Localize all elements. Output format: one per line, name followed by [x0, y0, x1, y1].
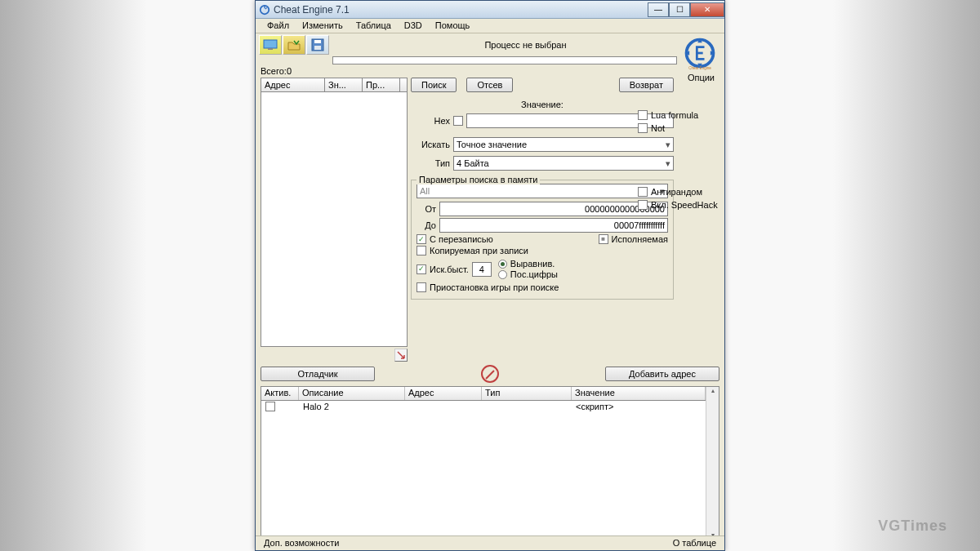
lua-formula-checkbox[interactable]	[638, 110, 648, 120]
align-radio[interactable]	[498, 260, 507, 269]
col-active[interactable]: Актив.	[261, 387, 299, 400]
col-type[interactable]: Тип	[482, 387, 572, 400]
minimize-button[interactable]: —	[648, 2, 669, 17]
select-process-button[interactable]	[259, 35, 282, 55]
writable-label: С перезаписью	[430, 234, 493, 244]
results-list[interactable]	[261, 92, 408, 347]
from-label: От	[416, 204, 436, 214]
hex-label: Hex	[411, 116, 450, 126]
address-table: Актив. Описание Адрес Тип Значение Halo …	[261, 386, 719, 538]
monitor-icon	[263, 39, 278, 51]
fastscan-label: Иск.быст.	[430, 264, 469, 274]
app-icon	[259, 4, 270, 16]
open-button[interactable]	[283, 35, 305, 55]
value-type-combo[interactable]: 4 Байта	[453, 156, 674, 171]
fastscan-checkbox[interactable]	[416, 264, 426, 274]
pause-label: Приостановка игры при поиске	[430, 282, 559, 292]
close-button[interactable]: ✕	[690, 2, 724, 17]
memory-legend: Параметры поиска в памяти	[416, 175, 540, 184]
results-header: Адрес Зн... Пр...	[261, 78, 408, 92]
svg-text:Cheat Engine: Cheat Engine	[688, 66, 711, 70]
col-value[interactable]: Зн...	[325, 78, 363, 91]
to-label: До	[416, 220, 436, 230]
cow-label: Копируемая при записи	[430, 246, 528, 256]
lua-formula-label: Lua formula	[651, 110, 698, 120]
hex-checkbox[interactable]	[453, 116, 463, 126]
col-desc[interactable]: Описание	[299, 387, 405, 400]
row-desc: Halo 2	[300, 401, 406, 414]
lastdigits-label: Пос.цифры	[510, 269, 558, 279]
add-address-button[interactable]: Добавить адрес	[605, 367, 719, 381]
arrow-diag-icon	[396, 350, 406, 360]
row-addr	[406, 401, 483, 414]
formula-options: Lua formula Not	[638, 110, 719, 135]
not-label: Not	[651, 123, 665, 133]
toolbar: Процесс не выбран	[256, 33, 724, 56]
search-label: Искать	[411, 140, 450, 149]
total-value: 0	[287, 66, 292, 76]
align-label: Выравнив.	[510, 259, 555, 269]
executable-checkbox[interactable]	[599, 234, 608, 244]
floppy-icon	[311, 38, 324, 51]
writable-checkbox[interactable]	[416, 234, 426, 244]
next-scan-button[interactable]: Отсев	[466, 78, 513, 92]
undo-scan-button[interactable]: Возврат	[619, 78, 674, 92]
process-label: Процесс не выбран	[330, 40, 721, 50]
to-input[interactable]	[439, 218, 668, 233]
lastdigits-radio[interactable]	[498, 270, 507, 279]
cow-checkbox[interactable]	[416, 246, 426, 256]
speedhack-checkbox[interactable]	[638, 200, 648, 210]
scan-type-combo[interactable]: Точное значение	[453, 137, 674, 152]
watermark: VGTimes	[878, 518, 947, 535]
statusbar: Доп. возможности О таблице	[256, 535, 724, 550]
table-row[interactable]: Halo 2 <скрипт>	[261, 401, 706, 414]
col-address[interactable]: Адрес	[261, 78, 325, 91]
from-input[interactable]	[439, 202, 668, 216]
maximize-button[interactable]: ☐	[669, 2, 690, 17]
pause-checkbox[interactable]	[416, 282, 426, 292]
row-value: <скрипт>	[572, 401, 705, 414]
value-label: Значение:	[521, 100, 564, 109]
menu-file[interactable]: Файл	[261, 19, 296, 33]
menu-edit[interactable]: Изменить	[296, 19, 350, 33]
fastscan-value[interactable]	[472, 262, 492, 277]
clear-results-button[interactable]	[394, 349, 408, 362]
antirandom-checkbox[interactable]	[638, 187, 648, 197]
menubar: Файл Изменить Таблица D3D Помощь	[256, 19, 724, 33]
type-label: Тип	[411, 158, 450, 168]
results-pane: Адрес Зн... Пр...	[261, 78, 408, 362]
svg-rect-4	[314, 40, 321, 43]
folder-open-icon	[287, 39, 301, 51]
title-text: Cheat Engine 7.1	[274, 4, 648, 16]
status-right[interactable]: О таблице	[673, 538, 716, 549]
options-link[interactable]: Опции	[688, 73, 715, 82]
svg-rect-5	[314, 46, 321, 50]
total-row: Всего:0	[256, 66, 724, 78]
save-button[interactable]	[306, 35, 329, 55]
menu-table[interactable]: Таблица	[350, 19, 398, 33]
col-previous[interactable]: Пр...	[363, 78, 400, 91]
svg-rect-2	[268, 48, 273, 50]
status-left[interactable]: Доп. возможности	[264, 538, 339, 549]
debugger-button[interactable]: Отладчик	[261, 367, 375, 381]
row-active-checkbox[interactable]	[265, 402, 275, 411]
addr-header: Актив. Описание Адрес Тип Значение	[261, 387, 706, 401]
memory-params-group: Параметры поиска в памяти All От До С пе…	[411, 180, 674, 300]
not-checkbox[interactable]	[638, 123, 648, 133]
col-value2[interactable]: Значение	[572, 387, 706, 400]
total-label: Всего:	[261, 66, 287, 76]
table-scrollbar[interactable]: ▴▾	[706, 387, 719, 539]
menu-help[interactable]: Помощь	[429, 19, 477, 33]
menu-d3d[interactable]: D3D	[398, 19, 429, 33]
titlebar[interactable]: Cheat Engine 7.1 — ☐ ✕	[256, 1, 724, 19]
speedhack-label: Вкл. SpeedHack	[651, 200, 718, 210]
no-entry-icon[interactable]	[481, 365, 499, 383]
first-scan-button[interactable]: Поиск	[411, 78, 457, 92]
memory-region-combo[interactable]: All	[416, 184, 668, 198]
antirandom-label: Антирандом	[651, 187, 702, 197]
col-addr2[interactable]: Адрес	[405, 387, 482, 400]
executable-label: Исполняемая	[612, 234, 668, 244]
row-type	[483, 401, 572, 414]
progress-bar	[332, 56, 677, 64]
cheat-engine-logo[interactable]: Cheat Engine	[680, 35, 719, 71]
